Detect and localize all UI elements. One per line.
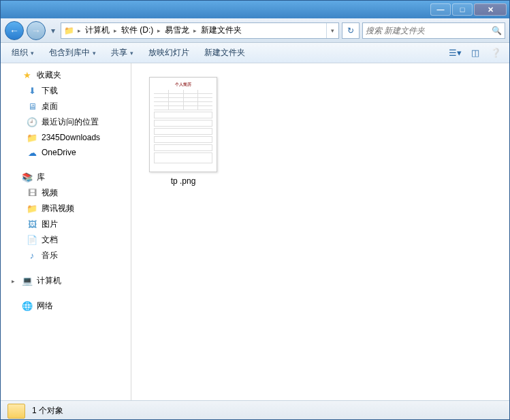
- sidebar-item-pictures[interactable]: 🖼图片: [1, 216, 131, 232]
- view-options-button[interactable]: ☰▾: [447, 46, 463, 61]
- toolbar: 组织▾ 包含到库中▾ 共享▾ 放映幻灯片 新建文件夹 ☰▾ ◫ ❔: [1, 43, 509, 63]
- pictures-icon: 🖼: [27, 219, 37, 230]
- file-name: tp .png: [171, 176, 196, 186]
- navbar: ← → ▾ 📁 ▸ 计算机 ▸ 软件 (D:) ▸ 易雪龙 ▸ 新建文件夹 ▾ …: [1, 18, 509, 43]
- breadcrumb-folder-2[interactable]: 新建文件夹: [198, 23, 244, 38]
- breadcrumb-folder-1[interactable]: 易雪龙: [162, 23, 192, 38]
- sidebar-libraries[interactable]: 📚库: [1, 169, 131, 185]
- close-button[interactable]: ✕: [474, 3, 507, 16]
- sidebar-item-2345downloads[interactable]: 📁2345Downloads: [1, 130, 131, 145]
- search-icon[interactable]: 🔍: [492, 26, 502, 35]
- sidebar-item-videos[interactable]: 🎞视频: [1, 185, 131, 201]
- refresh-button[interactable]: ↻: [342, 22, 360, 39]
- address-bar[interactable]: 📁 ▸ 计算机 ▸ 软件 (D:) ▸ 易雪龙 ▸ 新建文件夹 ▾: [61, 22, 339, 39]
- folder-icon: [7, 404, 25, 419]
- help-button[interactable]: ❔: [488, 46, 504, 61]
- slideshow-button[interactable]: 放映幻灯片: [143, 44, 195, 61]
- chevron-down-icon: ▾: [130, 50, 133, 56]
- status-count: 1 个对象: [32, 405, 63, 417]
- cloud-icon: ☁: [27, 147, 37, 158]
- file-list[interactable]: 个人简历 tp .png: [131, 63, 509, 400]
- download-icon: ⬇: [27, 86, 37, 97]
- folder-icon: 📁: [27, 204, 37, 214]
- include-in-library-button[interactable]: 包含到库中▾: [44, 44, 101, 61]
- forward-button[interactable]: →: [27, 21, 46, 40]
- breadcrumb-computer[interactable]: 计算机: [82, 23, 112, 38]
- sidebar-network[interactable]: 🌐网络: [1, 298, 131, 314]
- share-button[interactable]: 共享▾: [106, 44, 139, 61]
- organize-button[interactable]: 组织▾: [6, 44, 39, 61]
- sidebar-item-documents[interactable]: 📄文档: [1, 232, 131, 248]
- folder-icon: 📁: [27, 132, 37, 143]
- music-icon: ♪: [27, 251, 37, 261]
- sidebar-computer[interactable]: ▸💻计算机: [1, 273, 131, 289]
- search-input[interactable]: [366, 26, 492, 35]
- documents-icon: 📄: [27, 235, 37, 246]
- sidebar-item-recent[interactable]: 🕘最近访问的位置: [1, 114, 131, 130]
- expand-icon: ▸: [12, 278, 18, 285]
- file-thumbnail: 个人简历: [149, 77, 217, 172]
- file-item[interactable]: 个人简历 tp .png: [142, 74, 224, 189]
- sidebar-favorites[interactable]: ★收藏夹: [1, 67, 131, 83]
- sidebar-item-music[interactable]: ♪音乐: [1, 248, 131, 263]
- new-folder-button[interactable]: 新建文件夹: [199, 44, 251, 61]
- chevron-right-icon[interactable]: ▸: [76, 27, 82, 34]
- recent-icon: 🕘: [27, 117, 37, 128]
- sidebar-item-desktop[interactable]: 🖥桌面: [1, 99, 131, 114]
- preview-pane-button[interactable]: ◫: [467, 46, 483, 61]
- chevron-down-icon: ▾: [93, 50, 96, 56]
- back-button[interactable]: ←: [5, 21, 24, 40]
- desktop-icon: 🖥: [27, 101, 37, 112]
- maximize-button[interactable]: □: [452, 3, 473, 16]
- address-dropdown[interactable]: ▾: [326, 23, 338, 38]
- library-icon: 📚: [22, 172, 33, 183]
- chevron-right-icon[interactable]: ▸: [156, 27, 162, 34]
- chevron-down-icon: ▾: [31, 50, 34, 56]
- star-icon: ★: [22, 70, 33, 81]
- sidebar-item-downloads[interactable]: ⬇下载: [1, 83, 131, 99]
- minimize-button[interactable]: —: [430, 3, 451, 16]
- computer-icon: 💻: [22, 276, 33, 287]
- status-bar: 1 个对象: [1, 400, 509, 420]
- network-icon: 🌐: [22, 301, 33, 312]
- nav-history-dropdown[interactable]: ▾: [48, 26, 58, 35]
- search-box[interactable]: 🔍: [362, 22, 505, 39]
- titlebar: — □ ✕: [1, 1, 509, 18]
- video-icon: 🎞: [27, 188, 37, 199]
- sidebar-item-tencent-video[interactable]: 📁腾讯视频: [1, 201, 131, 216]
- chevron-right-icon[interactable]: ▸: [112, 27, 118, 34]
- breadcrumb-drive-d[interactable]: 软件 (D:): [118, 23, 156, 38]
- chevron-right-icon[interactable]: ▸: [192, 27, 198, 34]
- navigation-pane: ★收藏夹 ⬇下载 🖥桌面 🕘最近访问的位置 📁2345Downloads ☁On…: [1, 63, 131, 400]
- sidebar-item-onedrive[interactable]: ☁OneDrive: [1, 145, 131, 160]
- folder-icon: 📁: [61, 26, 76, 35]
